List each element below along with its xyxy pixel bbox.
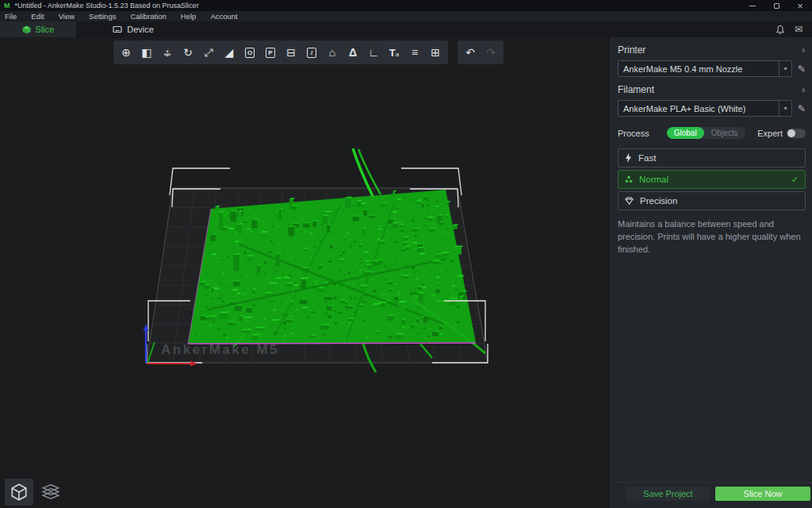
split-icon[interactable]: ⊟ (281, 40, 301, 64)
menu-settings[interactable]: Settings (82, 11, 123, 21)
edit-filament-icon[interactable]: ✎ (798, 103, 806, 114)
normal-clover-icon (625, 175, 633, 183)
printer-label: Printer (618, 44, 645, 56)
expert-label: Expert (757, 129, 783, 138)
tab-slice[interactable]: Slice (0, 21, 76, 37)
city-model[interactable] (188, 148, 485, 372)
undo-icon[interactable]: ↶ (460, 40, 481, 64)
precision-gem-icon (625, 197, 634, 205)
filament-section-header[interactable]: Filament ∧ (618, 77, 806, 100)
profile-fast-label: Fast (638, 153, 656, 163)
window-title: *Untitled - AnkerMake Studio-1.5.23 Base… (15, 2, 199, 10)
filament-select-value: AnkerMake PLA+ Basic (White) (619, 104, 779, 114)
menu-help[interactable]: Help (174, 11, 204, 21)
slice-now-button[interactable]: Slice Now (715, 487, 810, 501)
toggle-knob (787, 129, 795, 137)
view-switch (5, 479, 65, 506)
app-logo: M (4, 2, 10, 10)
settings-panel: Printer ∧ AnkerMake M5 0.4 mm Nozzle ▾ ✎… (611, 37, 812, 508)
profile-normal[interactable]: Normal ✓ (618, 170, 806, 189)
viewport-3d-scene[interactable]: AnkerMake M5 (0, 37, 611, 508)
close-button[interactable]: × (788, 0, 812, 11)
scope-global-pill[interactable]: Global (667, 127, 704, 139)
expert-toggle[interactable] (787, 129, 806, 138)
app-window: M *Untitled - AnkerMake Studio-1.5.23 Ba… (0, 0, 812, 508)
dropdown-caret-icon: ▾ (779, 105, 791, 112)
fast-bolt-icon (625, 153, 632, 163)
profile-normal-label: Normal (639, 175, 668, 184)
paste-icon[interactable]: P (260, 40, 281, 64)
filament-select[interactable]: AnkerMake PLA+ Basic (White) ▾ (618, 100, 792, 117)
menubar: File Edit View Settings Calibration Help… (0, 11, 812, 21)
multi-color-icon[interactable]: ⊞ (425, 40, 446, 64)
tab-device[interactable]: Device (76, 21, 190, 37)
text-tool-icon[interactable]: Ta (384, 40, 404, 64)
add-model-icon[interactable]: ⊕ (116, 40, 136, 64)
process-scope-switch: Global Objects (667, 127, 745, 139)
messages-icon[interactable]: ✉ (795, 25, 802, 34)
printer-select-value: AnkerMake M5 0.4 mm Nozzle (619, 64, 779, 74)
rotate-icon[interactable]: ↻ (178, 40, 198, 64)
menu-file[interactable]: File (0, 11, 24, 21)
tabbar: Slice Device ✉ (0, 21, 812, 37)
profile-fast[interactable]: Fast (618, 148, 806, 167)
profile-precision[interactable]: Precision (618, 191, 806, 210)
cut-icon[interactable]: / (301, 40, 322, 64)
move-icon[interactable]: ↔↕ (157, 40, 178, 64)
collapse-chevron-icon: ∧ (801, 47, 806, 54)
collapse-chevron-icon: ∧ (801, 87, 806, 94)
variable-layer-icon[interactable]: ≡ (404, 40, 425, 64)
layers-icon (41, 483, 60, 501)
maximize-button[interactable] (764, 0, 788, 11)
menu-account[interactable]: Account (203, 11, 244, 21)
slice-cube-icon (22, 25, 31, 34)
arrange-icon[interactable]: ◧ (136, 40, 157, 64)
object-toolbar: ⊕ ◧ ↔↕ ↻ ⤢ ◢ O P ⊟ / ⌂ Δ ∟ Ta ≡ ⊞ (113, 40, 448, 64)
menu-edit[interactable]: Edit (24, 11, 51, 21)
tab-device-label: Device (127, 25, 154, 34)
minimize-icon (749, 6, 756, 6)
device-icon (113, 25, 122, 34)
minimize-button[interactable] (741, 0, 764, 11)
redo-icon[interactable]: ↷ (481, 40, 501, 64)
selected-check-icon: ✓ (791, 175, 799, 185)
save-project-button[interactable]: Save Project (626, 487, 710, 501)
notification-bell-icon[interactable] (776, 25, 785, 35)
build-plate-label: AnkerMake M5 (161, 342, 279, 357)
titlebar: M *Untitled - AnkerMake Studio-1.5.23 Ba… (0, 0, 812, 11)
copy-icon[interactable]: O (239, 40, 260, 64)
panel-footer: Save Project Slice Now (611, 482, 812, 508)
filament-label: Filament (618, 84, 654, 95)
menu-calibration[interactable]: Calibration (123, 11, 173, 21)
view-3d-button[interactable] (5, 479, 33, 506)
tab-slice-label: Slice (36, 25, 55, 34)
printer-section-header[interactable]: Printer ∧ (618, 37, 806, 60)
scope-objects-pill[interactable]: Objects (704, 127, 745, 139)
viewport-3d[interactable]: AnkerMake M5 (0, 37, 611, 508)
auto-orient-icon[interactable]: Δ (343, 40, 363, 64)
preview-layers-button[interactable] (36, 479, 65, 506)
process-profiles: Fast Normal ✓ Precision (618, 148, 806, 210)
edit-printer-icon[interactable]: ✎ (798, 64, 806, 75)
process-label: Process (618, 129, 649, 138)
printer-select[interactable]: AnkerMake M5 0.4 mm Nozzle ▾ (618, 60, 792, 77)
scale-icon[interactable]: ⤢ (198, 40, 219, 64)
profile-description: Maintains a balance between speed and pr… (618, 218, 806, 256)
profile-precision-label: Precision (640, 196, 677, 206)
support-paint-icon[interactable]: ⌂ (322, 40, 343, 64)
measure-icon[interactable]: ∟ (363, 40, 384, 64)
cube-icon (10, 483, 29, 502)
history-toolbar: ↶ ↷ (458, 40, 504, 64)
place-on-face-icon[interactable]: ◢ (219, 40, 239, 64)
dropdown-caret-icon: ▾ (779, 65, 791, 72)
maximize-icon (774, 3, 779, 9)
menu-view[interactable]: View (52, 11, 82, 21)
